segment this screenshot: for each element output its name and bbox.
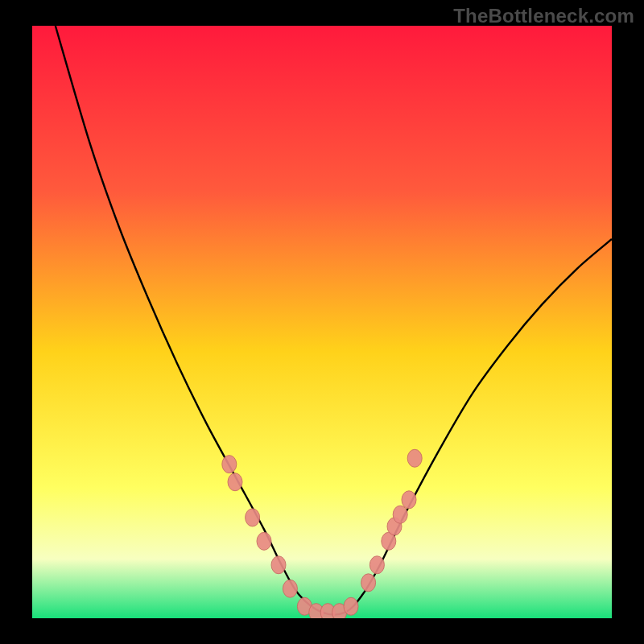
data-marker: [283, 580, 297, 597]
data-marker: [361, 574, 376, 592]
data-marker: [369, 556, 384, 574]
data-marker: [402, 491, 416, 509]
data-marker: [228, 473, 242, 491]
watermark-text: TheBottleneck.com: [453, 5, 634, 27]
data-marker: [222, 456, 237, 473]
data-marker: [257, 532, 271, 550]
data-marker: [246, 509, 260, 526]
bottleneck-chart: [0, 0, 644, 644]
data-marker: [393, 506, 407, 523]
data-marker: [344, 597, 358, 615]
data-marker: [271, 556, 286, 574]
data-marker: [407, 449, 422, 467]
plot-background: [32, 26, 612, 618]
chart-frame: TheBottleneck.com: [0, 0, 644, 644]
